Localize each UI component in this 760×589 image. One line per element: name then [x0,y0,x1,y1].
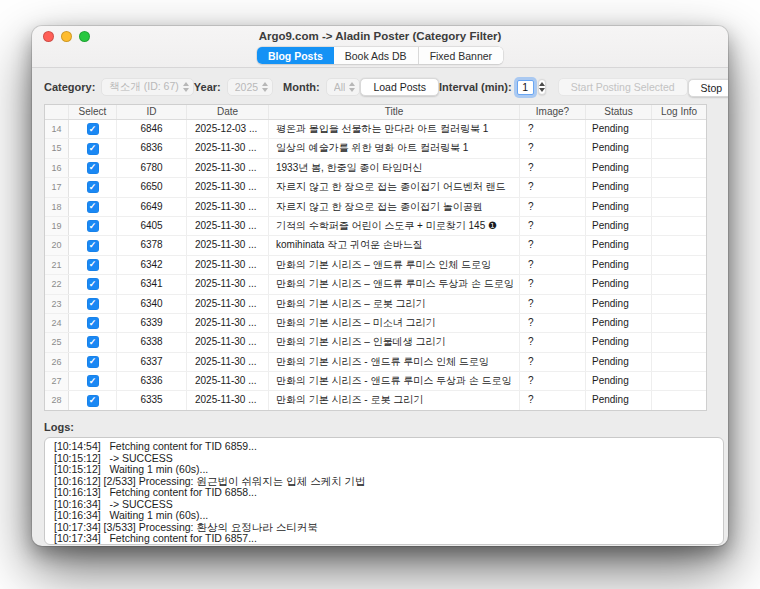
checkbox-checked-icon[interactable]: ✓ [87,336,99,348]
select-cell[interactable]: ✓ [69,391,117,409]
row-number: 18 [45,198,69,216]
table-row[interactable]: 18 ✓ 6649 2025-11-30 ... 자르지 않고 한 장으로 접는… [45,198,706,217]
select-cell[interactable]: ✓ [69,198,117,216]
year-dropdown[interactable]: 2025 [227,78,273,96]
post-image-status: ? [520,198,586,216]
table-row[interactable]: 15 ✓ 6836 2025-11-30 ... 일상의 예술가를 위한 명화 … [45,139,706,158]
select-cell[interactable]: ✓ [69,236,117,254]
tab-fixed-banner[interactable]: Fixed Banner [419,47,503,64]
post-title: 기적의 수학퍼즐 어린이 스도쿠 + 미로찾기 145 ❶ [269,217,520,235]
tab-segmented-control: Blog Posts Book Ads DB Fixed Banner [257,47,503,64]
checkbox-checked-icon[interactable]: ✓ [87,278,99,290]
posts-table: SelectIDDateTitleImage?StatusLog Info 14… [44,104,707,411]
checkbox-checked-icon[interactable]: ✓ [87,201,99,213]
select-cell[interactable]: ✓ [69,159,117,177]
select-cell[interactable]: ✓ [69,295,117,313]
month-dropdown[interactable]: All [326,78,361,96]
post-title: 만화의 기본 시리즈 - 로봇 그리기 [269,391,520,409]
select-cell[interactable]: ✓ [69,178,117,196]
checkbox-checked-icon[interactable]: ✓ [87,123,99,135]
checkbox-checked-icon[interactable]: ✓ [87,298,99,310]
column-header-status[interactable]: Status [586,105,652,119]
select-cell[interactable]: ✓ [69,314,117,332]
table-row[interactable]: 14 ✓ 6846 2025-12-03 ... 평온과 몰입을 선물하는 만다… [45,120,706,139]
window-titlebar[interactable]: Argo9.com -> Aladin Poster (Category Fil… [32,26,728,47]
column-header-log-info[interactable]: Log Info [652,105,706,119]
checkbox-checked-icon[interactable]: ✓ [87,220,99,232]
checkbox-checked-icon[interactable]: ✓ [87,375,99,387]
post-title: 1933년 봄, 한중일 종이 타임머신 [269,159,520,177]
checkbox-checked-icon[interactable]: ✓ [87,356,99,368]
interval-stepper[interactable] [538,79,546,95]
table-row[interactable]: 26 ✓ 6337 2025-11-30 ... 만화의 기본 시리즈 - 앤드… [45,353,706,372]
log-line: [10:17:34] Fetching content for TID 6857… [54,533,714,545]
post-log-info [652,139,706,157]
checkbox-checked-icon[interactable]: ✓ [87,143,99,155]
logs-output[interactable]: [10:14:54] Fetching content for TID 6859… [44,437,724,545]
post-status: Pending [586,236,652,254]
select-cell[interactable]: ✓ [69,120,117,138]
column-header-date[interactable]: Date [187,105,269,119]
post-title: 평온과 몰입을 선물하는 만다라 아트 컬러링북 1 [269,120,520,138]
select-cell[interactable]: ✓ [69,256,117,274]
select-cell[interactable]: ✓ [69,372,117,390]
post-date: 2025-11-30 ... [187,178,269,196]
table-row[interactable]: 16 ✓ 6780 2025-11-30 ... 1933년 봄, 한중일 종이… [45,159,706,178]
table-row[interactable]: 20 ✓ 6378 2025-11-30 ... komihinata 작고 귀… [45,236,706,255]
post-date: 2025-11-30 ... [187,217,269,235]
select-cell[interactable]: ✓ [69,353,117,371]
checkbox-checked-icon[interactable]: ✓ [87,259,99,271]
start-posting-button[interactable]: Start Posting Selected [558,78,688,96]
post-id: 6650 [117,178,187,196]
load-posts-button[interactable]: Load Posts [360,78,439,96]
select-cell[interactable]: ✓ [69,275,117,293]
category-dropdown[interactable]: 책소개 (ID: 67) [101,78,193,96]
post-log-info [652,256,706,274]
interval-input[interactable] [517,80,534,95]
table-row[interactable]: 19 ✓ 6405 2025-11-30 ... 기적의 수학퍼즐 어린이 스도… [45,217,706,236]
table-row[interactable]: 22 ✓ 6341 2025-11-30 ... 만화의 기본 시리즈 – 앤드… [45,275,706,294]
table-row[interactable]: 23 ✓ 6340 2025-11-30 ... 만화의 기본 시리즈 – 로봇… [45,295,706,314]
year-value: 2025 [235,81,258,93]
post-title: komihinata 작고 귀여운 손바느질 [269,236,520,254]
stop-button[interactable]: Stop [688,79,728,97]
row-number: 17 [45,178,69,196]
select-cell[interactable]: ✓ [69,139,117,157]
post-image-status: ? [520,333,586,351]
month-value: All [334,81,346,93]
post-log-info [652,217,706,235]
tab-blog-posts[interactable]: Blog Posts [257,47,334,64]
checkbox-checked-icon[interactable]: ✓ [87,240,99,252]
column-header-id[interactable]: ID [117,105,187,119]
column-header-rownum[interactable] [45,105,69,119]
checkbox-checked-icon[interactable]: ✓ [87,317,99,329]
select-cell[interactable]: ✓ [69,217,117,235]
select-cell[interactable]: ✓ [69,333,117,351]
table-row[interactable]: 24 ✓ 6339 2025-11-30 ... 만화의 기본 시리즈 – 미소… [45,314,706,333]
post-date: 2025-11-30 ... [187,372,269,390]
checkbox-checked-icon[interactable]: ✓ [87,181,99,193]
post-image-status: ? [520,236,586,254]
table-row[interactable]: 27 ✓ 6336 2025-11-30 ... 만화의 기본 시리즈 - 앤드… [45,372,706,391]
checkbox-checked-icon[interactable]: ✓ [87,395,99,407]
log-line: [10:15:12] Waiting 1 min (60s)... [54,464,714,476]
category-value: 책소개 (ID: 67) [109,80,178,94]
post-id: 6336 [117,372,187,390]
table-row[interactable]: 28 ✓ 6335 2025-11-30 ... 만화의 기본 시리즈 - 로봇… [45,391,706,410]
table-row[interactable]: 21 ✓ 6342 2025-11-30 ... 만화의 기본 시리즈 – 앤드… [45,256,706,275]
post-id: 6339 [117,314,187,332]
window-chrome: Argo9.com -> Aladin Poster (Category Fil… [32,26,728,68]
table-row[interactable]: 17 ✓ 6650 2025-11-30 ... 자르지 않고 한 장으로 접는… [45,178,706,197]
column-header-image-[interactable]: Image? [520,105,586,119]
post-status: Pending [586,217,652,235]
table-row[interactable]: 25 ✓ 6338 2025-11-30 ... 만화의 기본 시리즈 – 인물… [45,333,706,352]
tab-book-ads-db[interactable]: Book Ads DB [334,47,419,64]
post-date: 2025-11-30 ... [187,391,269,409]
post-status: Pending [586,198,652,216]
checkbox-checked-icon[interactable]: ✓ [87,162,99,174]
interval-label: Interval (min): [439,81,512,93]
row-number: 27 [45,372,69,390]
post-log-info [652,353,706,371]
column-header-select[interactable]: Select [69,105,117,119]
column-header-title[interactable]: Title [269,105,520,119]
